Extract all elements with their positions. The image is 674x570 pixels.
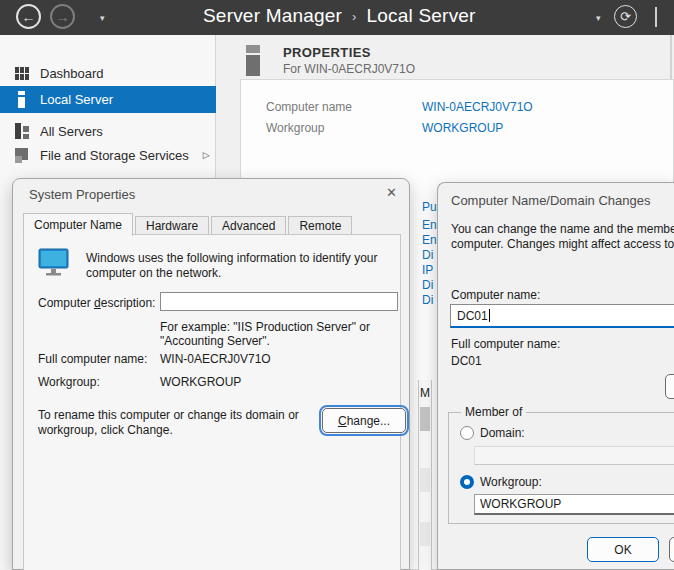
- input-value: WORKGROUP: [480, 497, 561, 511]
- domain-radio[interactable]: [460, 426, 474, 440]
- member-of-group: Member of Domain: Workgroup: WORKGROUP: [448, 412, 674, 524]
- clipped-value-fragment: Di: [422, 278, 433, 292]
- cancel-button-partial[interactable]: [669, 537, 674, 562]
- input-value: DC01: [457, 309, 488, 323]
- scrollbar-thumb[interactable]: [420, 407, 430, 431]
- server-manager-window: ← → ▾ Server Manager › Local Server ▾ ⟳ …: [0, 0, 674, 570]
- sidebar-item-dashboard[interactable]: Dashboard: [0, 60, 216, 86]
- button-label: OK: [614, 543, 631, 557]
- property-label: Computer name: [266, 100, 352, 114]
- breadcrumb-separator-icon: ›: [352, 9, 357, 24]
- label-part: escription:: [101, 296, 156, 310]
- property-value-link[interactable]: WORKGROUP: [422, 121, 503, 135]
- rename-instruction-text: To rename this computer or change its do…: [38, 408, 308, 438]
- tab-advanced[interactable]: Advanced: [211, 216, 286, 235]
- dialog-title: Computer Name/Domain Changes: [451, 193, 650, 208]
- breadcrumb-app-title[interactable]: Server Manager: [203, 5, 342, 27]
- section-subtitle: For WIN-0AECRJ0V71O: [283, 62, 415, 76]
- tab-label: Hardware: [146, 219, 198, 233]
- header-bar: ← → ▾ Server Manager › Local Server ▾ ⟳: [0, 0, 674, 35]
- toolbar-separator: [655, 7, 657, 27]
- dialog-body-line2: computer. Changes might affect access to…: [451, 237, 674, 251]
- clipped-value-fragment: Pu: [422, 200, 437, 214]
- clipped-value-fragment: Di: [422, 293, 433, 307]
- toolbar-dropdown-icon[interactable]: ▾: [596, 13, 601, 23]
- scrollbar[interactable]: [418, 380, 432, 570]
- computer-description-label: Computer description:: [38, 296, 155, 310]
- properties-server-icon: [246, 45, 260, 76]
- section-title: PROPERTIES: [283, 45, 371, 60]
- computer-name-tab-page: Windows uses the following information t…: [23, 234, 401, 570]
- label-mnemonic: d: [94, 296, 101, 310]
- breadcrumb: Server Manager › Local Server: [203, 5, 476, 27]
- forward-arrow-glyph: →: [56, 9, 70, 25]
- dashboard-icon: [14, 65, 30, 81]
- identify-info-text: Windows uses the following information t…: [86, 251, 394, 281]
- full-computer-name-value: DC01: [451, 354, 482, 368]
- forward-icon[interactable]: →: [50, 4, 75, 29]
- property-label: Workgroup: [266, 121, 324, 135]
- scrollbar-track-segment: [420, 522, 430, 546]
- domain-input[interactable]: [474, 446, 674, 465]
- clipped-value-fragment: Di: [422, 248, 433, 262]
- sidebar-item-local-server[interactable]: Local Server: [0, 86, 216, 113]
- property-value-link[interactable]: WIN-0AECRJ0V71O: [422, 100, 533, 114]
- workgroup-value: WORKGROUP: [160, 375, 241, 389]
- nav-dropdown-icon[interactable]: ▾: [100, 13, 105, 23]
- tab-label: Computer Name: [34, 218, 122, 232]
- member-of-label: Member of: [461, 405, 526, 419]
- sidebar-item-label: Dashboard: [40, 66, 104, 81]
- sidebar-item-all-servers[interactable]: All Servers: [0, 118, 216, 144]
- tab-strip: Computer Name Hardware Advanced Remote: [23, 212, 354, 235]
- close-icon[interactable]: ✕: [386, 185, 397, 200]
- button-mnemonic: C: [338, 414, 347, 428]
- more-button-partial[interactable]: [665, 374, 674, 399]
- computer-description-input[interactable]: [160, 292, 398, 311]
- clipped-value-fragment: En: [422, 218, 437, 232]
- button-label: hange...: [347, 414, 390, 428]
- description-example-text: For example: "IIS Production Server" or …: [160, 320, 408, 348]
- clipped-value-fragment: En: [422, 233, 437, 247]
- back-icon[interactable]: ←: [16, 4, 41, 29]
- refresh-glyph: ⟳: [620, 9, 631, 24]
- sidebar-item-file-storage-services[interactable]: File and Storage Services ▷: [0, 142, 216, 168]
- scrollbar-track-segment: [420, 468, 430, 492]
- ok-button[interactable]: OK: [587, 537, 659, 562]
- clipped-text-fragment: M: [420, 386, 430, 400]
- dialog-title: System Properties: [29, 187, 135, 202]
- name-changes-dialog: Computer Name/Domain Changes You can cha…: [437, 182, 674, 570]
- workgroup-radio-label[interactable]: Workgroup:: [480, 475, 542, 489]
- breadcrumb-page-title: Local Server: [367, 5, 476, 27]
- sidebar-item-label: Local Server: [40, 92, 113, 107]
- file-storage-icon: [14, 147, 30, 163]
- workgroup-input[interactable]: WORKGROUP: [474, 494, 674, 515]
- label-part: Computer: [38, 296, 94, 310]
- sidebar-item-label: All Servers: [40, 124, 103, 139]
- all-servers-icon: [14, 123, 30, 139]
- tab-computer-name[interactable]: Computer Name: [23, 213, 133, 236]
- full-computer-name-label: Full computer name:: [38, 352, 147, 366]
- text-caret: [489, 309, 490, 322]
- change-button[interactable]: Change...: [322, 408, 406, 433]
- sidebar-item-label: File and Storage Services: [40, 148, 189, 163]
- computer-name-label: Computer name:: [451, 288, 540, 302]
- monitor-icon: [38, 248, 70, 281]
- tab-label: Advanced: [222, 219, 275, 233]
- expand-arrow-icon[interactable]: ▷: [203, 150, 210, 160]
- workgroup-radio[interactable]: [460, 475, 474, 489]
- workgroup-label: Workgroup:: [38, 375, 100, 389]
- system-properties-dialog: System Properties ✕ Computer Name Hardwa…: [12, 178, 410, 570]
- clipped-value-fragment: IP: [422, 263, 433, 277]
- local-server-icon: [14, 92, 30, 108]
- refresh-icon[interactable]: ⟳: [614, 5, 637, 28]
- computer-name-input[interactable]: DC01: [450, 304, 674, 328]
- full-computer-name-value: WIN-0AECRJ0V71O: [160, 352, 271, 366]
- domain-radio-label[interactable]: Domain:: [480, 426, 525, 440]
- tab-hardware[interactable]: Hardware: [135, 216, 209, 235]
- tab-remote[interactable]: Remote: [288, 216, 352, 235]
- back-arrow-glyph: ←: [22, 9, 36, 25]
- full-computer-name-label: Full computer name:: [451, 337, 560, 351]
- dialog-body-line1: You can change the name and the membersh…: [451, 222, 674, 236]
- tab-label: Remote: [299, 219, 341, 233]
